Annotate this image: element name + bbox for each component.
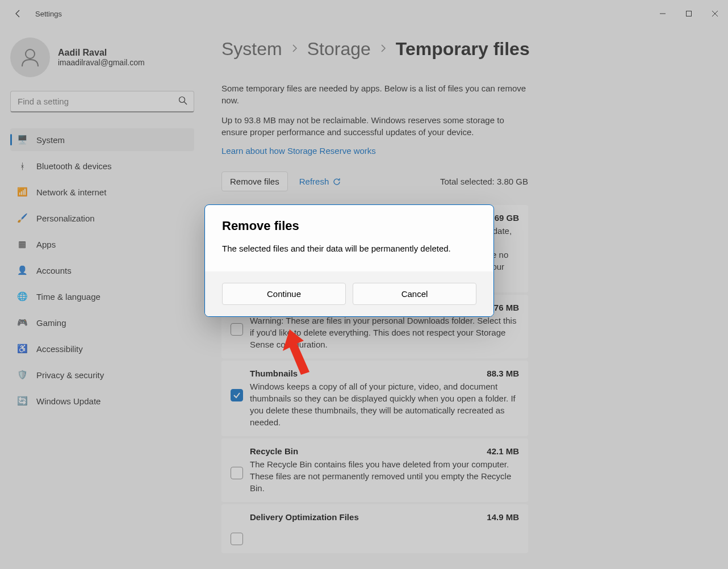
modal-overlay: Remove files The selected files and thei… (0, 0, 728, 569)
cancel-button[interactable]: Cancel (353, 283, 476, 305)
dialog-title: Remove files (222, 219, 476, 233)
remove-files-dialog: Remove files The selected files and thei… (204, 204, 494, 317)
dialog-message: The selected files and their data will b… (222, 242, 476, 254)
continue-button[interactable]: Continue (222, 283, 346, 305)
